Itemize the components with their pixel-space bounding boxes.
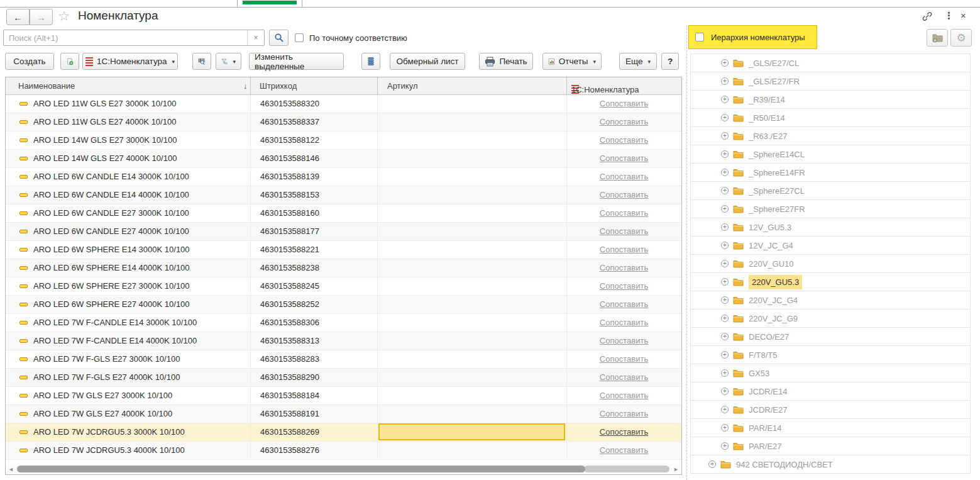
tree-item[interactable]: +JCDR/E14 — [690, 382, 971, 401]
map-link[interactable]: Сопоставить — [566, 226, 681, 236]
get-link-icon[interactable] — [922, 11, 933, 22]
scrollbar-track[interactable] — [584, 466, 669, 472]
more-button[interactable]: Еще ▾ — [619, 53, 657, 70]
expand-icon[interactable]: + — [721, 260, 729, 267]
map-link[interactable]: Сопоставить — [566, 190, 681, 199]
table-row[interactable]: ARO LED 7W GLS E27 3000K 10/100463015358… — [6, 387, 681, 405]
map-link[interactable]: Сопоставить — [566, 99, 681, 108]
expand-icon[interactable]: + — [721, 187, 729, 194]
map-link[interactable]: Сопоставить — [566, 445, 681, 455]
tree-item[interactable]: +_SphereE14FR — [690, 164, 971, 182]
map-link[interactable]: Сопоставить — [566, 208, 681, 218]
expand-icon[interactable]: + — [721, 442, 729, 450]
tree-item[interactable]: +_R50/E14 — [690, 109, 971, 127]
exact-match-checkbox[interactable] — [295, 33, 304, 42]
expand-icon[interactable]: + — [721, 132, 729, 140]
tree-item[interactable]: +942 СВЕТОДИОДН/СВЕТ — [690, 455, 971, 474]
tree-item[interactable]: +_R63./E27 — [690, 127, 971, 145]
nomenclature-menu-button[interactable]: 1С:Номенклатура ▾ — [82, 53, 178, 70]
tree-item[interactable]: +F/T8/T5 — [690, 346, 971, 364]
create-copy-button[interactable] — [60, 53, 79, 70]
map-link[interactable]: Сопоставить — [566, 409, 681, 418]
column-header-article[interactable]: Артикул — [387, 81, 417, 91]
tree-item[interactable]: +JCDR/E27 — [690, 401, 971, 419]
scroll-right-icon[interactable]: ► — [673, 466, 679, 472]
tree-item[interactable]: +220V_JC_G4 — [690, 291, 971, 310]
horizontal-scrollbar[interactable]: ◄ ► — [6, 464, 681, 474]
map-link[interactable]: Сопоставить — [566, 153, 681, 163]
map-link[interactable]: Сопоставить — [566, 299, 681, 309]
column-header-name[interactable]: Наименование — [18, 81, 75, 91]
table-row[interactable]: ARO LED 7W GLS E27 4000K 10/100463015358… — [6, 405, 681, 423]
back-button[interactable]: ← — [6, 9, 30, 25]
map-link[interactable]: Сопоставить — [566, 336, 681, 345]
map-link[interactable]: Сопоставить — [566, 263, 681, 272]
forward-button[interactable]: → — [30, 9, 53, 25]
expand-icon[interactable]: + — [721, 150, 729, 158]
table-row[interactable]: ARO LED 11W GLS E27 3000K 10/10046301535… — [6, 95, 681, 113]
expand-icon[interactable]: + — [721, 169, 729, 176]
map-link[interactable]: Сопоставить — [566, 391, 681, 400]
window-menu-icon[interactable]: ⋮ — [944, 10, 954, 21]
table-row[interactable]: ARO LED 6W SPHERE E14 4000K 10/100463015… — [6, 259, 681, 277]
barcode-search-button[interactable] — [192, 53, 211, 70]
table-row[interactable]: ARO LED 6W CANDLE E27 4000K 10/100463015… — [6, 223, 681, 241]
tree-item[interactable]: +220V_GU10 — [690, 255, 971, 273]
map-link[interactable]: Сопоставить — [566, 245, 681, 254]
map-link[interactable]: Сопоставить — [566, 281, 681, 291]
table-row[interactable]: ARO LED 7W F-GLS E27 4000K 10/1004630153… — [6, 369, 681, 387]
active-article-cell[interactable] — [378, 423, 565, 440]
map-link[interactable]: Сопоставить — [566, 117, 681, 126]
tree-item[interactable]: +_SphereE27CL — [690, 182, 971, 200]
tree-item[interactable]: +220V_GU5.3 — [690, 273, 971, 291]
tree-item[interactable]: +_R39/E14 — [690, 91, 971, 109]
expand-icon[interactable]: + — [721, 369, 729, 377]
expand-icon[interactable]: + — [721, 242, 729, 249]
expand-icon[interactable]: + — [721, 205, 729, 213]
create-button[interactable]: Создать — [5, 53, 54, 70]
expand-icon[interactable]: + — [708, 460, 716, 468]
taskbar-tab-strip[interactable] — [0, 0, 980, 8]
map-link[interactable]: Сопоставить — [566, 372, 681, 382]
table-header[interactable]: Наименование ↓ Штрихкод Артикул 1С:Номен… — [6, 77, 681, 95]
measure-sheet-button[interactable]: Обмерный лист — [390, 53, 465, 70]
map-link[interactable]: Сопоставить — [566, 172, 681, 181]
column-header-barcode[interactable]: Штрихкод — [260, 81, 297, 91]
panel-splitter[interactable] — [686, 25, 687, 480]
map-link[interactable]: Сопоставить — [566, 318, 681, 327]
map-link[interactable]: Сопоставить — [566, 135, 681, 145]
table-row[interactable]: ARO LED 7W JCDRGU5.3 3000K 10/1004630153… — [6, 423, 681, 442]
help-button[interactable]: ? — [661, 53, 679, 70]
table-row[interactable]: ARO LED 6W CANDLE E27 3000K 10/100463015… — [6, 204, 681, 223]
table-row[interactable]: ARO LED 6W SPHERE E14 3000K 10/100463015… — [6, 241, 681, 259]
hierarchy-toggle-highlight[interactable]: Иерархия номенклатуры — [688, 25, 817, 49]
tree-item[interactable]: +_GLS/E27/FR — [690, 72, 971, 91]
expand-icon[interactable]: + — [721, 333, 729, 340]
tree-item[interactable]: +PAR/E27 — [690, 437, 971, 455]
tree-item[interactable]: +GX53 — [690, 364, 971, 382]
edit-selected-button[interactable]: Изменить выделенные — [249, 53, 344, 70]
expand-icon[interactable]: + — [721, 296, 729, 304]
table-row[interactable]: ARO LED 7W F-CANDLE E14 4000K 10/1004630… — [6, 332, 681, 350]
expand-icon[interactable]: + — [721, 114, 729, 121]
table-row[interactable]: ARO LED 6W SPHERE E27 4000K 10/100463015… — [6, 296, 681, 314]
tree-item[interactable]: +DECO/E27 — [690, 328, 971, 346]
tree-item[interactable]: +12V_GU5.3 — [690, 218, 971, 237]
tree-item[interactable]: +_GLS/E27/CL — [690, 54, 971, 72]
list-settings-button[interactable] — [361, 53, 380, 70]
table-row[interactable]: ARO LED 14W GLS E27 4000K 10/10046301535… — [6, 150, 681, 168]
table-row[interactable]: ARO LED 11W GLS E27 4000K 10/10046301535… — [6, 113, 681, 131]
table-row[interactable]: ARO LED 7W F-CANDLE E14 3000K 10/1004630… — [6, 314, 681, 332]
sort-descending-icon[interactable]: ↓ — [243, 81, 248, 91]
hierarchy-checkbox[interactable] — [695, 33, 704, 42]
expand-icon[interactable]: + — [721, 315, 729, 322]
table-row[interactable]: ARO LED 6W CANDLE E14 4000K 10/100463015… — [6, 186, 681, 204]
expand-icon[interactable]: + — [721, 424, 729, 432]
map-link[interactable]: Сопоставить — [566, 354, 681, 364]
table-row[interactable]: ARO LED 6W CANDLE E14 3000K 10/100463015… — [6, 168, 681, 186]
reports-button[interactable]: Отчеты ▾ — [542, 53, 602, 70]
print-button[interactable]: Печать — [479, 53, 533, 70]
expand-icon[interactable]: + — [721, 77, 729, 85]
table-row[interactable]: ARO LED 7W JCDRGU5.3 4000K 10/1004630153… — [6, 442, 681, 460]
search-clear-button[interactable]: × — [247, 30, 264, 45]
